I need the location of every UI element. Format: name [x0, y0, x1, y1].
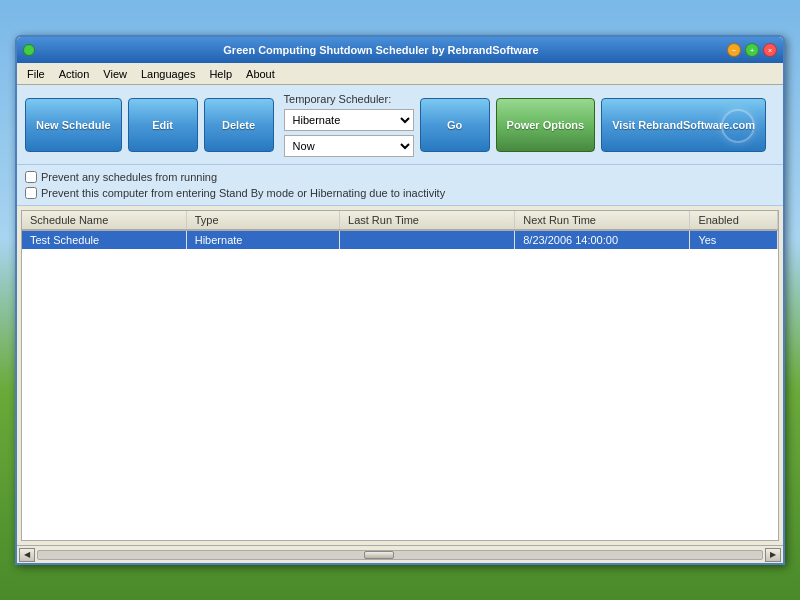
menu-bar: File Action View Languages Help About: [17, 63, 783, 85]
horizontal-scrollbar[interactable]: ◀ ▶: [17, 545, 783, 563]
menu-languages[interactable]: Languages: [135, 66, 201, 82]
delete-button[interactable]: Delete: [204, 98, 274, 152]
cell-schedule-name: Test Schedule: [22, 230, 186, 249]
cell-last-run: [340, 230, 515, 249]
table-header-row: Schedule Name Type Last Run Time Next Ru…: [22, 211, 778, 230]
cell-type: Hibernate: [186, 230, 339, 249]
maximize-button[interactable]: +: [745, 43, 759, 57]
col-header-next-run: Next Run Time: [515, 211, 690, 230]
temp-scheduler: Temporary Scheduler: Hibernate Shutdown …: [284, 93, 414, 157]
schedule-table-container: Schedule Name Type Last Run Time Next Ru…: [21, 210, 779, 541]
edit-button[interactable]: Edit: [128, 98, 198, 152]
desktop: Green Computing Shutdown Scheduler by Re…: [0, 0, 800, 600]
checkbox-row-prevent-standby: Prevent this computer from entering Stan…: [25, 185, 775, 201]
menu-view[interactable]: View: [97, 66, 133, 82]
title-bar: Green Computing Shutdown Scheduler by Re…: [17, 37, 783, 63]
schedule-table: Schedule Name Type Last Run Time Next Ru…: [22, 211, 778, 249]
main-window: Green Computing Shutdown Scheduler by Re…: [15, 35, 785, 565]
col-header-enabled: Enabled: [690, 211, 778, 230]
temp-time-dropdown[interactable]: Now In 5 minutes In 15 minutes In 30 min…: [284, 135, 414, 157]
prevent-schedules-label: Prevent any schedules from running: [41, 171, 217, 183]
menu-file[interactable]: File: [21, 66, 51, 82]
temp-scheduler-label: Temporary Scheduler:: [284, 93, 414, 105]
scroll-left-button[interactable]: ◀: [19, 548, 35, 562]
toolbar: New Schedule Edit Delete Temporary Sched…: [17, 85, 783, 165]
scroll-right-button[interactable]: ▶: [765, 548, 781, 562]
temp-type-dropdown[interactable]: Hibernate Shutdown Restart Stand By Log …: [284, 109, 414, 131]
scrollbar-track[interactable]: [37, 550, 763, 560]
prevent-schedules-checkbox[interactable]: [25, 171, 37, 183]
prevent-standby-checkbox[interactable]: [25, 187, 37, 199]
minimize-button[interactable]: −: [727, 43, 741, 57]
visit-button[interactable]: Visit RebrandSoftware.com: [601, 98, 766, 152]
cell-enabled: Yes: [690, 230, 778, 249]
prevent-standby-label: Prevent this computer from entering Stan…: [41, 187, 445, 199]
checkbox-row-prevent-schedules: Prevent any schedules from running: [25, 169, 775, 185]
col-header-schedule-name: Schedule Name: [22, 211, 186, 230]
scrollbar-thumb[interactable]: [364, 551, 394, 559]
power-options-button[interactable]: Power Options: [496, 98, 596, 152]
col-header-last-run: Last Run Time: [340, 211, 515, 230]
menu-about[interactable]: About: [240, 66, 281, 82]
title-controls: − + ×: [727, 43, 777, 57]
close-button[interactable]: ×: [763, 43, 777, 57]
window-icon: [23, 44, 35, 56]
new-schedule-button[interactable]: New Schedule: [25, 98, 122, 152]
window-title: Green Computing Shutdown Scheduler by Re…: [35, 44, 727, 56]
menu-help[interactable]: Help: [203, 66, 238, 82]
col-header-type: Type: [186, 211, 339, 230]
checkboxes-area: Prevent any schedules from running Preve…: [17, 165, 783, 206]
menu-action[interactable]: Action: [53, 66, 96, 82]
cell-next-run: 8/23/2006 14:00:00: [515, 230, 690, 249]
title-bar-left: [23, 44, 35, 56]
table-row[interactable]: Test Schedule Hibernate 8/23/2006 14:00:…: [22, 230, 778, 249]
go-button[interactable]: Go: [420, 98, 490, 152]
